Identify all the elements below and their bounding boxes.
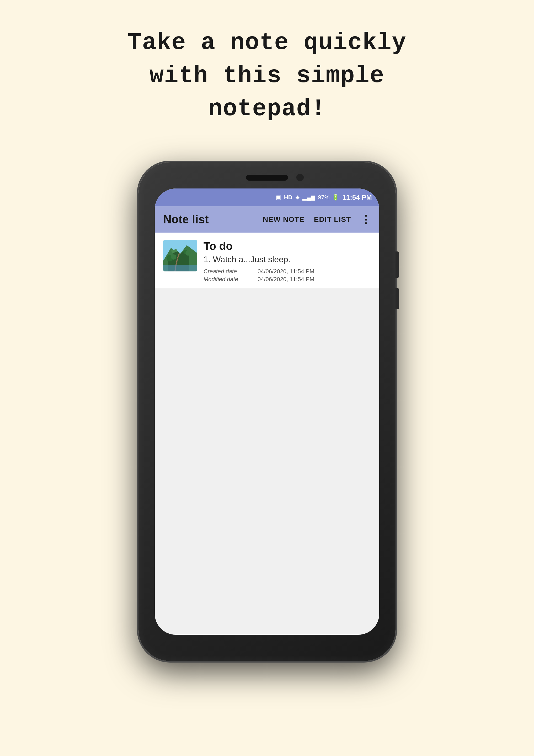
status-percent: 97% [318,194,329,201]
tagline-line2: with this simple [149,63,385,89]
modified-date-label: Modified date [204,276,253,283]
created-date-value: 04/06/2020, 11:54 PM [258,268,315,275]
new-note-button[interactable]: NEW NOTE [263,215,304,224]
note-title: To do [204,240,371,253]
phone-mockup: ▣ HD ⊕ ▂▄▆ ▣ HD ⊕ ▂▄▆ 97% 97% 🔋 11:54 PM… [139,162,395,661]
modified-date-value: 04/06/2020, 11:54 PM [258,276,315,283]
note-preview: 1. Watch a...Just sleep. [204,255,371,264]
more-options-button[interactable]: ⋮ [360,214,371,225]
created-date-label: Created date [204,268,253,275]
status-signal-icon: ▂▄▆ [302,194,316,201]
phone-screen: ▣ HD ⊕ ▂▄▆ ▣ HD ⊕ ▂▄▆ 97% 97% 🔋 11:54 PM… [155,188,379,635]
note-list: To do 1. Watch a...Just sleep. Created d… [155,232,379,288]
phone-shell: ▣ HD ⊕ ▂▄▆ ▣ HD ⊕ ▂▄▆ 97% 97% 🔋 11:54 PM… [139,162,395,661]
status-icons: ▣ HD ⊕ ▂▄▆ ▣ HD ⊕ ▂▄▆ 97% 97% 🔋 [276,194,339,201]
volume-button [395,288,399,309]
app-tagline: Take a note quickly with this simple not… [127,26,407,125]
status-bar: ▣ HD ⊕ ▂▄▆ ▣ HD ⊕ ▂▄▆ 97% 97% 🔋 11:54 PM [155,188,379,206]
tagline-line3: notepad! [208,95,326,122]
created-date-row: Created date 04/06/2020, 11:54 PM [204,268,371,275]
svg-rect-7 [163,265,197,271]
phone-speaker [246,175,288,180]
svg-point-11 [186,251,191,256]
toolbar-actions: NEW NOTE EDIT LIST ⋮ [263,214,371,225]
status-hd-label: HD [284,194,292,201]
modified-date-row: Modified date 04/06/2020, 11:54 PM [204,276,371,283]
phone-camera [296,173,304,182]
status-wifi-icon: ⊕ [295,194,300,201]
status-hd-icon: ▣ [276,194,281,201]
edit-list-button[interactable]: EDIT LIST [314,215,351,224]
svg-point-9 [171,255,176,259]
note-meta: Created date 04/06/2020, 11:54 PM Modifi… [204,268,371,283]
note-info: To do 1. Watch a...Just sleep. Created d… [204,240,371,283]
note-item[interactable]: To do 1. Watch a...Just sleep. Created d… [155,232,379,288]
app-toolbar: Note list NEW NOTE EDIT LIST ⋮ [155,206,379,232]
tagline-line1: Take a note quickly [127,29,407,56]
status-battery-icon: 🔋 [332,194,339,201]
status-time: 11:54 PM [342,194,372,202]
toolbar-title: Note list [163,213,263,226]
note-thumbnail [163,240,197,271]
power-button [395,252,399,278]
